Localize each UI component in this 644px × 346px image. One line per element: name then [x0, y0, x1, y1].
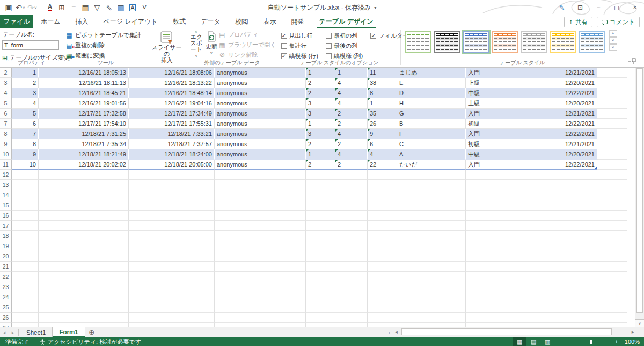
page-layout-view-button[interactable]: ▤: [526, 337, 540, 346]
cell[interactable]: [306, 231, 335, 241]
cell[interactable]: [306, 180, 335, 190]
cell[interactable]: [215, 231, 261, 241]
cell[interactable]: [12, 241, 39, 251]
cell[interactable]: [306, 272, 335, 282]
cell[interactable]: anonymous: [215, 109, 261, 119]
cell[interactable]: [466, 170, 530, 180]
cell[interactable]: [597, 302, 627, 313]
cell[interactable]: [12, 272, 39, 282]
cell[interactable]: [597, 119, 627, 129]
horizontal-scrollbar-thumb[interactable]: [401, 328, 612, 335]
row-header[interactable]: 2: [0, 68, 12, 78]
cell[interactable]: まじめ: [397, 68, 466, 78]
cell[interactable]: 3: [306, 98, 335, 109]
tab-r3[interactable]: 数式: [165, 15, 193, 28]
cell[interactable]: 2: [335, 119, 368, 129]
cell[interactable]: anonymous: [215, 160, 261, 170]
cell[interactable]: anonymous: [215, 129, 261, 139]
cell[interactable]: 12/16/21 18:08:06: [129, 68, 215, 78]
cell[interactable]: 1: [335, 68, 368, 78]
cell[interactable]: 3: [306, 109, 335, 119]
tab-table-design[interactable]: テーブル デザイン: [311, 15, 380, 28]
cell[interactable]: [39, 180, 129, 190]
cell[interactable]: [335, 262, 368, 272]
row-header[interactable]: 16: [0, 211, 12, 221]
cell[interactable]: 12/16/21 18:11:13: [39, 78, 129, 88]
cell[interactable]: 4: [12, 98, 39, 109]
cell[interactable]: anonymous: [215, 139, 261, 149]
table-style-light-green[interactable]: [405, 31, 431, 53]
cell[interactable]: 12/18/21 7:33:21: [129, 129, 215, 139]
cell[interactable]: [368, 200, 397, 211]
cell[interactable]: [215, 282, 261, 292]
cell[interactable]: [368, 231, 397, 241]
row-header[interactable]: 19: [0, 241, 12, 251]
cell[interactable]: 4: [335, 98, 368, 109]
gallery-down-button[interactable]: ˅: [609, 37, 617, 44]
sheet-nav-right-icon[interactable]: ▸: [9, 327, 17, 337]
cell[interactable]: [129, 323, 215, 327]
cell[interactable]: [12, 282, 39, 292]
row-header[interactable]: 27: [0, 323, 12, 327]
cell[interactable]: [530, 302, 597, 313]
cell[interactable]: [397, 251, 466, 262]
cell[interactable]: [597, 170, 627, 180]
align-center-icon[interactable]: ≡: [68, 2, 79, 13]
cell[interactable]: [530, 282, 597, 292]
cell[interactable]: [397, 302, 466, 313]
cell[interactable]: 12/16/21 19:01:56: [39, 98, 129, 109]
cell[interactable]: [39, 200, 129, 211]
cell[interactable]: [335, 190, 368, 200]
zoom-level[interactable]: 100%: [624, 338, 644, 345]
cell[interactable]: [597, 78, 627, 88]
cell[interactable]: [261, 170, 306, 180]
cell[interactable]: G: [397, 109, 466, 119]
cell[interactable]: [261, 180, 306, 190]
cell[interactable]: [261, 190, 306, 200]
cell[interactable]: [12, 302, 39, 313]
cell[interactable]: [129, 221, 215, 231]
cell[interactable]: 12/21/2021: [530, 68, 597, 78]
cell[interactable]: [466, 272, 530, 282]
cell[interactable]: [129, 241, 215, 251]
cell[interactable]: [261, 109, 306, 119]
cell[interactable]: [397, 282, 466, 292]
cell[interactable]: [306, 251, 335, 262]
cell[interactable]: [368, 251, 397, 262]
cell[interactable]: [397, 170, 466, 180]
close-icon[interactable]: ×: [626, 0, 644, 15]
cell[interactable]: [597, 313, 627, 323]
cell[interactable]: [466, 211, 530, 221]
cell[interactable]: [466, 323, 530, 327]
cell[interactable]: [215, 241, 261, 251]
cell[interactable]: たいだ: [397, 160, 466, 170]
row-header[interactable]: 15: [0, 200, 12, 211]
style-option-集計行[interactable]: 集計行: [281, 42, 318, 50]
cell[interactable]: [466, 221, 530, 231]
row-header[interactable]: 7: [0, 119, 12, 129]
cell[interactable]: 入門: [466, 160, 530, 170]
cell[interactable]: [368, 190, 397, 200]
cell[interactable]: [466, 190, 530, 200]
page-break-view-button[interactable]: ▥: [540, 337, 554, 346]
cell[interactable]: [261, 231, 306, 241]
cell[interactable]: [39, 241, 129, 251]
cell[interactable]: 12/16/21 18:45:21: [39, 88, 129, 98]
cell[interactable]: [597, 139, 627, 149]
zoom-out-button[interactable]: −: [560, 338, 563, 345]
row-header[interactable]: 17: [0, 221, 12, 231]
cell[interactable]: 2: [306, 139, 335, 149]
cell[interactable]: 1: [368, 98, 397, 109]
cell[interactable]: [597, 190, 627, 200]
cell[interactable]: [261, 200, 306, 211]
cell[interactable]: 2: [335, 109, 368, 119]
ribbon-display-options-icon[interactable]: ⊡: [571, 0, 589, 15]
qat-overflow-icon[interactable]: ˅: [139, 2, 150, 13]
cell[interactable]: [597, 200, 627, 211]
cell[interactable]: 12/18/21 18:21:49: [39, 149, 129, 160]
checkbox[interactable]: [326, 43, 332, 49]
cell[interactable]: 12/21/2021: [530, 109, 597, 119]
cell[interactable]: [261, 160, 306, 170]
tab-file[interactable]: ファイル: [0, 15, 33, 28]
cell[interactable]: [368, 282, 397, 292]
